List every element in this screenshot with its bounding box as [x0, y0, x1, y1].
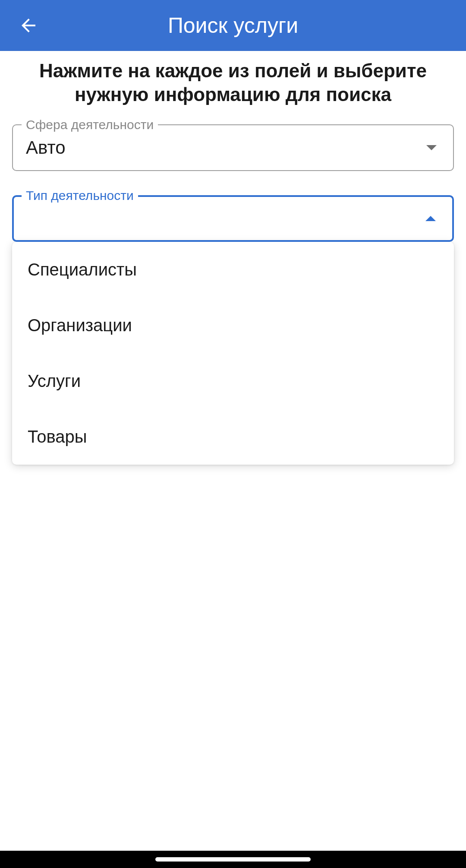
- chevron-down-icon: [426, 145, 437, 150]
- dropdown-option-goods[interactable]: Товары: [12, 409, 454, 465]
- field-sphere-value: Авто: [26, 137, 426, 158]
- instruction-text: Нажмите на каждое из полей и выберите ну…: [12, 59, 454, 118]
- form-content: Нажмите на каждое из полей и выберите ну…: [0, 51, 466, 465]
- dropdown-option-services[interactable]: Услуги: [12, 353, 454, 409]
- dropdown-option-organizations[interactable]: Организации: [12, 298, 454, 353]
- field-sphere-group: Сфера деятельности Авто: [12, 124, 454, 171]
- back-button[interactable]: [18, 15, 39, 36]
- dropdown-option-specialists[interactable]: Специалисты: [12, 242, 454, 298]
- app-header: Поиск услуги: [0, 0, 466, 51]
- chevron-up-icon: [425, 216, 436, 221]
- arrow-left-icon: [18, 15, 39, 36]
- home-indicator[interactable]: [155, 857, 311, 862]
- system-nav-bar: [0, 851, 466, 868]
- dropdown-menu: Специалисты Организации Услуги Товары: [12, 242, 454, 465]
- field-type-group: Тип деятельности Специалисты Организации…: [12, 195, 454, 465]
- field-sphere-label: Сфера деятельности: [22, 117, 158, 132]
- field-type-label: Тип деятельности: [22, 188, 138, 203]
- page-title: Поиск услуги: [0, 13, 466, 38]
